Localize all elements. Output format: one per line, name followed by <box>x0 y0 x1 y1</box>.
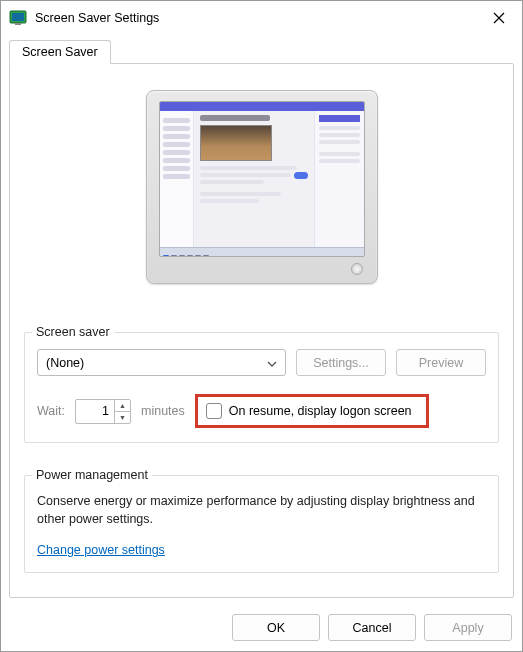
resume-label: On resume, display logon screen <box>229 404 412 418</box>
wait-spinner[interactable]: 1 ▲ ▼ <box>75 399 131 424</box>
settings-button[interactable]: Settings... <box>296 349 386 376</box>
screensaver-app-icon <box>9 9 27 27</box>
cancel-button[interactable]: Cancel <box>328 614 416 641</box>
resume-checkbox[interactable] <box>206 403 222 419</box>
resume-highlight-box: On resume, display logon screen <box>195 394 429 428</box>
screensaver-dropdown[interactable]: (None) <box>37 349 286 376</box>
power-group-label: Power management <box>32 468 152 482</box>
screensaver-group: Screen saver (None) Settings... Preview … <box>24 314 499 443</box>
wait-label: Wait: <box>37 404 65 418</box>
ok-button[interactable]: OK <box>232 614 320 641</box>
monitor-preview <box>146 90 378 284</box>
power-group: Power management Conserve energy or maxi… <box>24 457 499 573</box>
wait-unit: minutes <box>141 404 185 418</box>
screensaver-group-label: Screen saver <box>32 325 114 339</box>
preview-area <box>24 90 499 284</box>
tab-screen-saver[interactable]: Screen Saver <box>9 40 111 64</box>
monitor-screen <box>159 101 365 257</box>
change-power-settings-link[interactable]: Change power settings <box>37 543 165 557</box>
tab-panel: Screen saver (None) Settings... Preview … <box>9 63 514 598</box>
wait-value: 1 <box>76 400 114 423</box>
close-button[interactable] <box>476 1 522 35</box>
tab-strip: Screen Saver <box>1 35 522 63</box>
chevron-down-icon <box>267 356 277 370</box>
svg-rect-2 <box>15 23 21 25</box>
spinner-down-icon[interactable]: ▼ <box>115 412 130 423</box>
spinner-up-icon[interactable]: ▲ <box>115 400 130 412</box>
dialog-footer: OK Cancel Apply <box>1 606 522 651</box>
power-text: Conserve energy or maximize performance … <box>37 492 486 528</box>
screensaver-dropdown-value: (None) <box>46 356 84 370</box>
svg-rect-1 <box>12 13 24 21</box>
screen-saver-settings-window: Screen Saver Settings Screen Saver <box>0 0 523 652</box>
titlebar: Screen Saver Settings <box>1 1 522 35</box>
apply-button[interactable]: Apply <box>424 614 512 641</box>
preview-button[interactable]: Preview <box>396 349 486 376</box>
monitor-power-icon <box>351 263 363 275</box>
window-title: Screen Saver Settings <box>35 11 476 25</box>
close-icon <box>493 12 505 24</box>
